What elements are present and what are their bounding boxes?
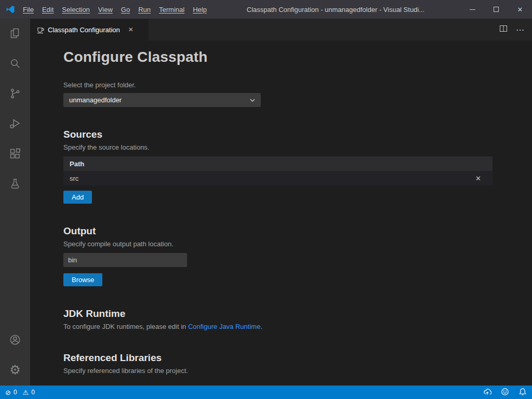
gear-icon: ⚙ — [9, 364, 21, 376]
cloud-upload-icon[interactable] — [483, 388, 491, 397]
files-icon — [9, 27, 21, 39]
sources-table-header: Path — [63, 156, 493, 171]
referenced-libraries-heading: Referenced Libraries — [63, 352, 493, 364]
status-bar: ⊘ 0 ⚠ 0 — [0, 385, 532, 399]
account-icon — [9, 334, 21, 346]
errors-icon: ⊘ — [5, 389, 11, 396]
search-icon — [9, 57, 21, 70]
menu-selection[interactable]: Selection — [58, 4, 94, 16]
page-title: Configure Classpath — [63, 49, 493, 65]
git-branch-icon — [9, 87, 21, 100]
remove-source-icon[interactable]: ✕ — [475, 175, 481, 182]
activity-testing[interactable] — [0, 171, 30, 196]
tab-classpath-configuration[interactable]: Classpath Configuration ✕ — [30, 19, 149, 41]
menu-run[interactable]: Run — [134, 4, 155, 16]
tab-label: Classpath Configuration — [48, 26, 120, 34]
jdk-text-after: . — [260, 323, 262, 330]
feedback-icon[interactable] — [501, 388, 509, 397]
activity-search[interactable] — [0, 51, 30, 76]
configure-java-runtime-link[interactable]: Configure Java Runtime — [188, 323, 260, 330]
menu-file[interactable]: File — [19, 4, 38, 16]
menu-view[interactable]: View — [94, 4, 117, 16]
referenced-libraries-description: Specify referenced libraries of the proj… — [63, 367, 493, 375]
menu-terminal[interactable]: Terminal — [155, 4, 189, 16]
activity-extensions[interactable] — [0, 141, 30, 166]
minimize-icon — [470, 9, 475, 10]
bell-icon[interactable] — [518, 388, 527, 397]
project-folder-label: Select the project folder. — [63, 81, 493, 89]
activity-account[interactable] — [0, 327, 30, 352]
path-column-header: Path — [70, 160, 84, 168]
sources-table: Path src ✕ — [63, 156, 493, 185]
extensions-icon — [9, 148, 21, 160]
editor-area: Classpath Configuration ✕ ⋯ Configure Cl… — [30, 19, 532, 385]
maximize-icon — [494, 7, 499, 12]
activity-settings[interactable]: ⚙ — [0, 357, 30, 382]
status-bar-right — [483, 388, 527, 397]
activity-run-debug[interactable] — [0, 111, 30, 136]
activity-bar-bottom: ⚙ — [0, 327, 30, 382]
browse-output-button[interactable]: Browse — [63, 273, 102, 286]
project-folder-value: unmanagedfolder — [69, 96, 122, 104]
jdk-runtime-heading: JDK Runtime — [63, 308, 493, 320]
jdk-text-before: To configure JDK runtimes, please edit i… — [63, 323, 188, 330]
titlebar: File Edit Selection View Go Run Terminal… — [0, 0, 532, 19]
window-controls: ✕ — [460, 0, 532, 19]
menubar: File Edit Selection View Go Run Terminal… — [19, 4, 211, 16]
problems-status[interactable]: ⊘ 0 ⚠ 0 — [5, 389, 38, 396]
close-button[interactable]: ✕ — [508, 0, 532, 19]
editor-actions: ⋯ — [499, 19, 532, 41]
sources-heading: Sources — [63, 129, 493, 140]
source-path-value: src — [70, 175, 78, 182]
add-source-button[interactable]: Add — [63, 191, 92, 204]
activity-explorer[interactable] — [0, 21, 30, 46]
tab-bar: Classpath Configuration ✕ ⋯ — [30, 19, 532, 41]
run-debug-icon — [9, 117, 21, 130]
menu-edit[interactable]: Edit — [38, 4, 58, 16]
tab-close-icon[interactable]: ✕ — [128, 26, 134, 33]
window-title: Classpath Configuration - unmanagedfolde… — [211, 6, 460, 14]
classpath-configuration-page: Configure Classpath Select the project f… — [30, 41, 532, 385]
warnings-count: 0 — [31, 389, 35, 396]
activity-bar: ⚙ — [0, 19, 30, 385]
vscode-window: File Edit Selection View Go Run Terminal… — [0, 0, 532, 399]
source-row[interactable]: src ✕ — [63, 171, 493, 185]
output-description: Specify compile output path location. — [63, 240, 493, 248]
chevron-down-icon — [250, 99, 255, 102]
classpath-tab-icon — [36, 26, 44, 34]
sources-description: Specify the source locations. — [63, 143, 493, 151]
errors-count: 0 — [14, 389, 17, 396]
more-actions-icon[interactable]: ⋯ — [516, 25, 525, 35]
output-heading: Output — [63, 225, 493, 237]
activity-bar-top — [0, 21, 30, 196]
beaker-icon — [9, 178, 21, 190]
menu-help[interactable]: Help — [189, 4, 211, 16]
split-editor-icon[interactable] — [499, 24, 508, 35]
maximize-button[interactable] — [484, 0, 508, 19]
output-path-input[interactable] — [63, 253, 187, 267]
minimize-button[interactable] — [460, 0, 484, 19]
jdk-runtime-description: To configure JDK runtimes, please edit i… — [63, 323, 493, 330]
menu-go[interactable]: Go — [117, 4, 134, 16]
activity-source-control[interactable] — [0, 81, 30, 106]
warnings-icon: ⚠ — [23, 389, 29, 396]
vscode-logo-icon — [5, 4, 16, 15]
project-folder-select[interactable]: unmanagedfolder — [63, 93, 261, 107]
